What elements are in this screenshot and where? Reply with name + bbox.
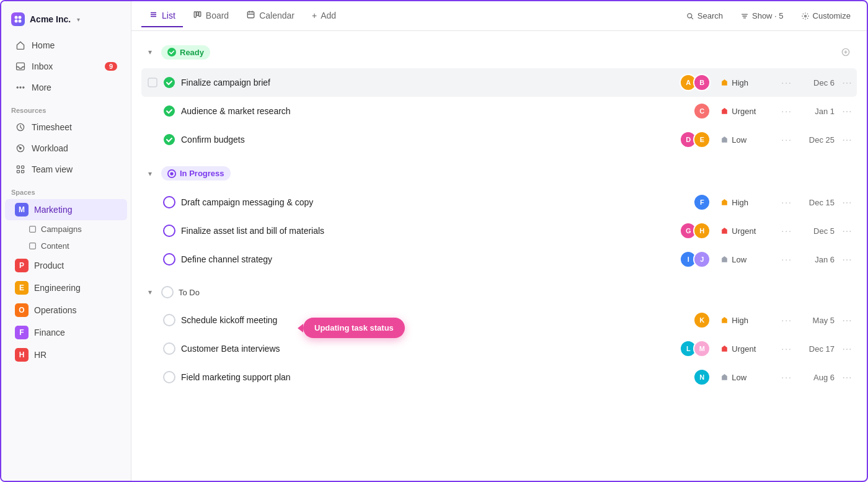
svg-rect-23 [247, 12, 254, 18]
spaces-title: Spaces [1, 182, 131, 199]
task-more-t4[interactable]: ⋯ [842, 197, 852, 208]
inbox-badge: 9 [105, 62, 117, 71]
task-more-t1[interactable]: ⋯ [842, 77, 852, 89]
finance-badge: F [15, 326, 29, 339]
todo-badge: To Do [161, 286, 200, 298]
task-row-t3[interactable]: Confirm budgets D E Low ··· Dec 25 ⋯ [141, 125, 857, 154]
svg-point-3 [19, 20, 22, 23]
sidebar-item-product[interactable]: P Product [5, 255, 127, 276]
tab-list[interactable]: List [141, 5, 183, 27]
task-row-t7[interactable]: Schedule kickoff meeting K High ··· May … [141, 306, 857, 334]
search-button[interactable]: Search [680, 7, 729, 24]
avatar: F [693, 194, 711, 211]
sidebar-item-operations[interactable]: O Operations [5, 300, 127, 321]
engineering-badge: E [15, 281, 29, 295]
task-priority-t8: Urgent [720, 344, 776, 354]
svg-rect-11 [17, 166, 19, 168]
task-priority-t3: Low [720, 135, 776, 145]
task-date-t1: Dec 6 [797, 78, 835, 87]
sidebar-item-home[interactable]: Home [5, 35, 127, 55]
task-options-t8[interactable]: ··· [781, 344, 792, 354]
task-row-t2[interactable]: Audience & market research C Urgent ··· … [141, 97, 857, 125]
status-todo-t9 [162, 370, 176, 384]
task-row-t9[interactable]: Field marketing support plan N Low ··· A… [141, 363, 857, 391]
svg-point-2 [15, 20, 18, 23]
svg-point-6 [20, 87, 21, 88]
sidebar-item-marketing[interactable]: M Marketing [5, 199, 127, 220]
task-options-t5[interactable]: ··· [781, 226, 792, 236]
task-row-t1[interactable]: Finalize campaign brief A B High ··· Dec… [141, 68, 857, 97]
task-more-t9[interactable]: ⋯ [842, 372, 852, 383]
task-options-t3[interactable]: ··· [781, 135, 792, 145]
home-icon [15, 40, 26, 51]
sidebar-item-engineering[interactable]: E Engineering [5, 277, 127, 298]
product-label: Product [34, 261, 64, 270]
task-checkbox-t1[interactable] [146, 76, 159, 89]
svg-rect-22 [199, 12, 201, 17]
task-more-t6[interactable]: ⋯ [842, 254, 852, 266]
task-name-t6: Define channel strategy [181, 254, 680, 264]
show-button[interactable]: Show · 5 [734, 7, 790, 24]
task-name-t4: Draft campaign messaging & copy [181, 197, 693, 207]
task-options-t1[interactable]: ··· [781, 78, 792, 87]
task-avatars-t2: C [693, 102, 711, 120]
in-progress-badge: In Progress [161, 166, 231, 181]
app-name: Acme Inc. [30, 14, 71, 24]
sidebar-item-hr[interactable]: H HR [5, 344, 127, 365]
task-row-t8[interactable]: Customer Beta interviews L M Urgent ··· … [141, 334, 857, 363]
board-icon [193, 10, 202, 21]
task-date-t8: Dec 17 [797, 344, 835, 354]
svg-point-33 [167, 48, 176, 56]
svg-point-0 [15, 16, 18, 19]
svg-point-38 [164, 77, 175, 88]
content-label: Content [41, 241, 69, 251]
sidebar-item-teamview[interactable]: Team view [5, 159, 127, 179]
app-logo[interactable]: Acme Inc. ▾ [1, 9, 131, 35]
sidebar-item-more[interactable]: More [5, 78, 127, 97]
status-done-t1 [162, 76, 176, 89]
task-date-t2: Jan 1 [797, 107, 835, 116]
main-content: List Board Calendar + Add Search Sh [131, 1, 867, 481]
section-header-todo: ▾ To Do [141, 281, 857, 303]
sidebar-item-timesheet[interactable]: Timesheet [5, 117, 127, 137]
task-date-t3: Dec 25 [797, 135, 835, 145]
task-row-t5[interactable]: Finalize asset list and bill of material… [141, 216, 857, 245]
task-more-t2[interactable]: ⋯ [842, 105, 852, 117]
ready-collapse[interactable]: ▾ [144, 46, 156, 58]
task-options-t6[interactable]: ··· [781, 254, 792, 264]
product-badge: P [15, 259, 29, 272]
task-more-t3[interactable]: ⋯ [842, 134, 852, 146]
marketing-label: Marketing [34, 205, 72, 215]
task-row-t4[interactable]: Draft campaign messaging & copy F High ·… [141, 188, 857, 216]
task-date-t6: Jan 6 [797, 255, 835, 264]
sidebar-item-inbox[interactable]: Inbox 9 [5, 56, 127, 76]
tab-add[interactable]: + Add [304, 6, 343, 27]
task-options-t9[interactable]: ··· [781, 372, 792, 382]
todo-collapse[interactable]: ▾ [144, 286, 156, 298]
customize-button[interactable]: Customize [795, 7, 857, 24]
more-label: More [32, 83, 117, 92]
section-header-ready: ▾ Ready [141, 38, 857, 66]
svg-rect-20 [194, 12, 196, 17]
teamview-label: Team view [32, 164, 117, 174]
home-label: Home [32, 40, 117, 50]
task-more-t5[interactable]: ⋯ [842, 225, 852, 237]
sidebar-item-content[interactable]: Content [5, 238, 127, 254]
task-priority-t5: Urgent [720, 226, 776, 236]
sidebar-item-workload[interactable]: Workload [5, 138, 127, 158]
task-options-t2[interactable]: ··· [781, 106, 792, 116]
tab-board[interactable]: Board [185, 5, 236, 27]
ready-add[interactable] [837, 43, 854, 61]
show-label: Show · 5 [752, 11, 784, 20]
in-progress-collapse[interactable]: ▾ [144, 167, 156, 180]
svg-line-28 [691, 17, 693, 19]
task-row-t6[interactable]: Define channel strategy I J Low ··· Jan … [141, 245, 857, 274]
task-options-t4[interactable]: ··· [781, 197, 792, 207]
task-options-t7[interactable]: ··· [781, 315, 792, 325]
task-more-t7[interactable]: ⋯ [842, 315, 852, 326]
sidebar-item-campaigns[interactable]: Campaigns [5, 221, 127, 237]
task-more-t8[interactable]: ⋯ [842, 343, 852, 355]
tab-calendar[interactable]: Calendar [239, 5, 302, 27]
sidebar-item-finance[interactable]: F Finance [5, 322, 127, 343]
task-name-t9: Field marketing support plan [181, 372, 693, 382]
